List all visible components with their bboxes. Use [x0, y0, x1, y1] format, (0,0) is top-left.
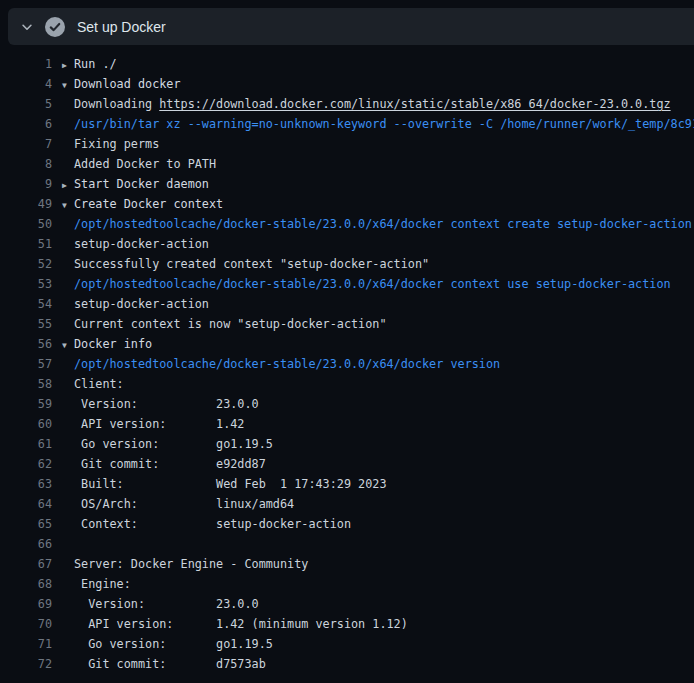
log-text: Current context is now "setup-docker-act… [74, 314, 387, 334]
line-number[interactable]: 52 [0, 254, 52, 274]
gutter-spacer [52, 614, 74, 634]
gutter-spacer [52, 494, 74, 514]
line-number[interactable]: 64 [0, 494, 52, 514]
log-line-row: 65 Context: setup-docker-action [0, 514, 694, 534]
line-number[interactable]: 71 [0, 634, 52, 654]
line-number[interactable]: 7 [0, 134, 52, 154]
line-number[interactable]: 6 [0, 114, 52, 134]
step-success-check-icon [45, 17, 65, 37]
gutter-spacer [52, 354, 74, 374]
group-title: Docker info [74, 334, 152, 354]
log-line-row: 67Server: Docker Engine - Community [0, 554, 694, 574]
line-number[interactable]: 57 [0, 354, 52, 374]
log-text: Server: Docker Engine - Community [74, 554, 308, 574]
gutter-spacer [52, 654, 74, 674]
line-number[interactable]: 67 [0, 554, 52, 574]
line-number[interactable]: 65 [0, 514, 52, 534]
gutter-spacer [52, 294, 74, 314]
line-number[interactable]: 1 [0, 54, 52, 74]
log-line-row: 71 Go version: go1.19.5 [0, 634, 694, 654]
line-number[interactable]: 51 [0, 234, 52, 254]
chevron-down-icon[interactable] [19, 20, 35, 34]
log-text: Engine: [74, 574, 131, 594]
group-title: Create Docker context [74, 194, 223, 214]
group-expanded-icon[interactable]: ▼ [62, 76, 67, 96]
log-line-row: 57/opt/hostedtoolcache/docker-stable/23.… [0, 354, 694, 374]
line-number[interactable]: 66 [0, 534, 52, 554]
log-line-row: 55Current context is now "setup-docker-a… [0, 314, 694, 334]
log-group-row[interactable]: 56▼Docker info [0, 334, 694, 354]
log-command-text: /usr/bin/tar xz --warning=no-unknown-key… [74, 114, 694, 134]
log-group-row[interactable]: 9▶Start Docker daemon [0, 174, 694, 194]
log-line-row: 60 API version: 1.42 [0, 414, 694, 434]
line-number[interactable]: 61 [0, 434, 52, 454]
gutter-spacer [52, 374, 74, 394]
line-number[interactable]: 69 [0, 594, 52, 614]
gutter-spacer [52, 314, 74, 334]
gutter-spacer [52, 454, 74, 474]
log-text: Version: 23.0.0 [74, 594, 259, 614]
line-number[interactable]: 9 [0, 174, 52, 194]
line-number[interactable]: 5 [0, 94, 52, 114]
log-line-row: 6/usr/bin/tar xz --warning=no-unknown-ke… [0, 114, 694, 134]
log-line-row: 66 [0, 534, 694, 554]
log-line-row: 50/opt/hostedtoolcache/docker-stable/23.… [0, 214, 694, 234]
log-command-text: /opt/hostedtoolcache/docker-stable/23.0.… [74, 274, 671, 294]
line-number[interactable]: 63 [0, 474, 52, 494]
line-number[interactable]: 55 [0, 314, 52, 334]
gutter-spacer [52, 554, 74, 574]
gutter-spacer [52, 414, 74, 434]
log-text: setup-docker-action [74, 234, 209, 254]
log-line-row: 54setup-docker-action [0, 294, 694, 314]
group-title: Run ./ [74, 54, 117, 74]
line-number[interactable]: 62 [0, 454, 52, 474]
line-number[interactable]: 68 [0, 574, 52, 594]
group-expanded-icon[interactable]: ▼ [62, 336, 67, 356]
gutter-spacer [52, 434, 74, 454]
log-text: Downloading https://download.docker.com/… [74, 94, 671, 114]
line-number[interactable]: 59 [0, 394, 52, 414]
line-number[interactable]: 50 [0, 214, 52, 234]
line-number[interactable]: 56 [0, 334, 52, 354]
line-number[interactable]: 4 [0, 74, 52, 94]
log-line-row: 61 Go version: go1.19.5 [0, 434, 694, 454]
log-group-row[interactable]: 49▼Create Docker context [0, 194, 694, 214]
group-collapsed-icon[interactable]: ▶ [62, 176, 67, 196]
log-group-row[interactable]: 4▼Download docker [0, 74, 694, 94]
line-number[interactable]: 60 [0, 414, 52, 434]
log-text: Git commit: e92dd87 [74, 454, 266, 474]
group-collapsed-icon[interactable]: ▶ [62, 56, 67, 76]
group-title: Download docker [74, 74, 181, 94]
log-text: Added Docker to PATH [74, 154, 216, 174]
gutter-spacer [52, 274, 74, 294]
group-title: Start Docker daemon [74, 174, 209, 194]
log-line-row: 64 OS/Arch: linux/amd64 [0, 494, 694, 514]
line-number[interactable]: 54 [0, 294, 52, 314]
log-command-text: /opt/hostedtoolcache/docker-stable/23.0.… [74, 354, 500, 374]
gutter-spacer [52, 94, 74, 114]
group-toggle: ▼ [52, 194, 74, 214]
line-number[interactable]: 72 [0, 654, 52, 674]
log-line-row: 5Downloading https://download.docker.com… [0, 94, 694, 114]
log-text: Go version: go1.19.5 [74, 434, 273, 454]
download-url-link[interactable]: https://download.docker.com/linux/static… [159, 97, 670, 111]
line-number[interactable]: 58 [0, 374, 52, 394]
log-text: Version: 23.0.0 [74, 394, 259, 414]
log-text: Fixing perms [74, 134, 159, 154]
log-text: Built: Wed Feb 1 17:43:29 2023 [74, 474, 387, 494]
gutter-spacer [52, 154, 74, 174]
log-line-row: 8Added Docker to PATH [0, 154, 694, 174]
step-header[interactable]: Set up Docker [8, 8, 694, 45]
line-number[interactable]: 53 [0, 274, 52, 294]
log-text: OS/Arch: linux/amd64 [74, 494, 294, 514]
log-line-row: 52Successfully created context "setup-do… [0, 254, 694, 274]
gutter-spacer [52, 534, 74, 554]
line-number[interactable]: 8 [0, 154, 52, 174]
line-number[interactable]: 49 [0, 194, 52, 214]
log-line-row: 59 Version: 23.0.0 [0, 394, 694, 414]
line-number[interactable]: 70 [0, 614, 52, 634]
group-expanded-icon[interactable]: ▼ [62, 196, 67, 216]
gutter-spacer [52, 634, 74, 654]
log-line-row: 58Client: [0, 374, 694, 394]
log-group-row[interactable]: 1▶Run ./ [0, 54, 694, 74]
